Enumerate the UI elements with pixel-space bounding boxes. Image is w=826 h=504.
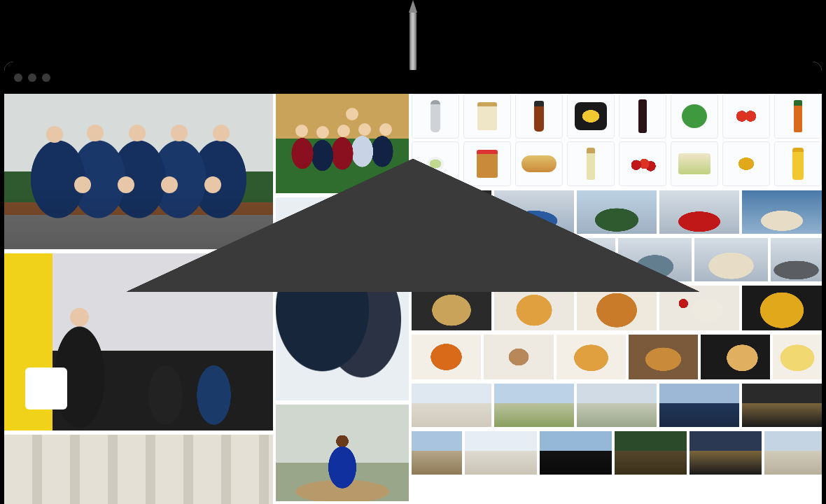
food-thumb-charcuterie[interactable] (412, 286, 491, 330)
house-thumb-lakefront[interactable] (540, 431, 612, 475)
product-peanut-butter[interactable] (463, 141, 511, 186)
food-thumb-coffee[interactable] (484, 335, 553, 379)
product-tomatoes[interactable] (722, 94, 770, 139)
product-bananas[interactable] (567, 94, 615, 139)
product-bbq-sauce[interactable] (515, 94, 563, 139)
product-red-wine[interactable] (619, 94, 666, 139)
house-thumb-farmhouse-dusk[interactable] (690, 431, 762, 475)
left-photo-column (4, 94, 276, 504)
house-thumb-grey-brick[interactable] (412, 384, 491, 427)
houses-row-2 (412, 431, 822, 475)
car-thumb-red-coupe[interactable] (659, 190, 739, 234)
food-thumb-ramen[interactable] (701, 335, 770, 379)
food-row-2 (412, 335, 822, 379)
graduation-photo[interactable] (276, 405, 409, 501)
stone-columns-photo[interactable] (4, 435, 273, 504)
product-orange-juice[interactable] (774, 141, 822, 186)
car-thumb-van[interactable] (694, 238, 768, 281)
car-thumb-gtr[interactable] (771, 238, 822, 281)
house-thumb-colonial[interactable] (577, 384, 657, 427)
food-thumb-sushi[interactable] (659, 286, 739, 330)
house-thumb-suburban[interactable] (494, 384, 574, 427)
house-thumb-modern-night[interactable] (742, 384, 822, 427)
product-apples[interactable] (619, 141, 666, 186)
food-row-1 (412, 286, 822, 330)
car-thumb-green-suv[interactable] (577, 190, 657, 234)
window-control-minimize[interactable] (28, 74, 36, 82)
product-lettuce[interactable] (671, 94, 718, 139)
grocery-product-grid (412, 94, 822, 186)
house-thumb-white-villa[interactable] (465, 431, 537, 475)
stylus-pen-graphic (409, 0, 417, 70)
house-thumb-adobe[interactable] (412, 431, 462, 475)
product-olive-oil[interactable] (567, 141, 615, 186)
corporate-group-photo[interactable] (4, 94, 273, 249)
house-thumb-navy[interactable] (659, 384, 739, 427)
food-thumb-egg[interactable] (773, 335, 822, 379)
food-thumb-pasta[interactable] (494, 286, 574, 330)
middle-photo-column (276, 94, 412, 504)
food-thumb-biryani[interactable] (742, 286, 822, 330)
car-thumb-cream-convertible[interactable] (742, 190, 822, 234)
browser-window (4, 62, 822, 504)
product-wrap[interactable] (671, 141, 718, 186)
product-sub-sandwich[interactable] (515, 141, 563, 186)
food-thumb-tacos[interactable] (629, 335, 698, 379)
product-water-bottle[interactable] (412, 94, 459, 139)
product-hot-sauce[interactable] (774, 94, 822, 139)
right-grid-column (412, 94, 822, 504)
gallery-content (4, 94, 822, 504)
food-thumb-soup[interactable] (412, 335, 481, 379)
houses-row-1 (412, 384, 822, 427)
product-chicken-broth[interactable] (463, 94, 511, 139)
window-control-close[interactable] (14, 74, 22, 82)
window-control-zoom[interactable] (42, 74, 50, 82)
food-thumb-fried[interactable] (556, 335, 626, 379)
house-thumb-forest-cabin[interactable] (615, 431, 687, 475)
food-thumb-pizza[interactable] (577, 286, 657, 330)
product-rice-bowl[interactable] (722, 141, 770, 186)
house-thumb-shingle[interactable] (764, 431, 822, 475)
